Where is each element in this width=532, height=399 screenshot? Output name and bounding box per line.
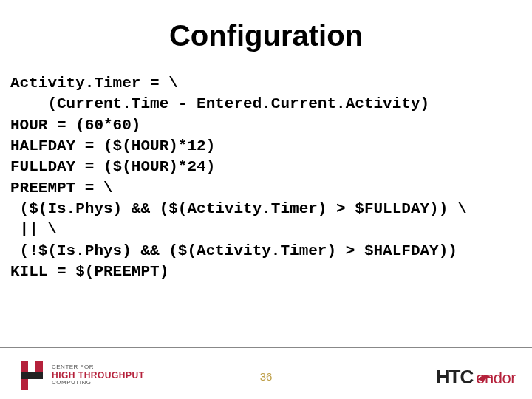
code-line: Activity.Timer = \ — [10, 75, 178, 92]
code-line: (Current.Time - Entered.Current.Activity… — [10, 95, 429, 112]
chtc-logo-text: CENTER FOR HIGH THROUGHPUT COMPUTING — [52, 364, 145, 386]
code-line: FULLDAY = ($(HOUR)*24) — [10, 158, 215, 175]
slide-title: Configuration — [13, 19, 519, 52]
htcondor-prefix: HTC — [436, 366, 473, 389]
slide: Configuration Activity.Timer = \ (Curren… — [0, 0, 532, 399]
htcondor-logo: HTC ondor — [436, 366, 516, 389]
code-line: || \ — [10, 221, 57, 238]
code-line: PREEMPT = \ — [10, 180, 113, 197]
code-line: HOUR = (60*60) — [10, 117, 140, 134]
page-number: 36 — [260, 370, 273, 383]
chtc-logo-mark — [16, 361, 46, 390]
code-line: (!$(Is.Phys) && ($(Activity.Timer) > $HA… — [10, 242, 457, 259]
chtc-line3: COMPUTING — [52, 380, 145, 386]
chtc-logo: CENTER FOR HIGH THROUGHPUT COMPUTING — [16, 361, 145, 390]
slide-footer: CENTER FOR HIGH THROUGHPUT COMPUTING 36 … — [0, 347, 532, 399]
code-block: Activity.Timer = \ (Current.Time - Enter… — [10, 73, 519, 282]
code-line: HALFDAY = ($(HOUR)*12) — [10, 137, 215, 154]
code-line: KILL = $(PREEMPT) — [10, 263, 168, 280]
code-line: ($(Is.Phys) && ($(Activity.Timer) > $FUL… — [10, 200, 467, 217]
bird-swoosh-icon — [477, 373, 491, 385]
